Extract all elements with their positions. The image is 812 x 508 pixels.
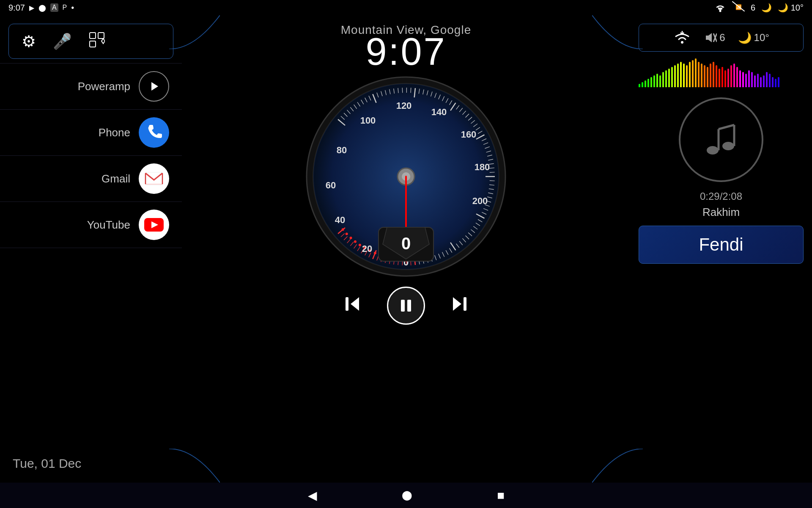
microphone-icon[interactable]: 🎤 [53, 33, 72, 50]
svg-point-128 [354, 240, 357, 243]
temperature-text: 10° [754, 32, 769, 44]
eq-bar [736, 67, 738, 87]
mute-status: 6 [704, 32, 725, 44]
track-title-box: Fendi [639, 226, 804, 264]
signal-num: 6 [751, 3, 755, 13]
svg-text:120: 120 [396, 100, 412, 111]
home-button[interactable]: ⬤ [402, 490, 412, 501]
svg-line-67 [490, 181, 495, 181]
eq-bar [742, 72, 744, 87]
eq-bar [739, 70, 741, 87]
gmail-item[interactable]: Gmail [0, 156, 182, 202]
svg-point-160 [707, 146, 719, 155]
settings-icon[interactable]: ⚙ [22, 32, 36, 51]
eq-bar [757, 74, 759, 87]
track-title: Fendi [647, 235, 795, 255]
eq-bar [721, 67, 723, 87]
eq-bar [766, 72, 768, 87]
left-panel: ⚙ 🎤 Poweramp Phone [0, 15, 182, 483]
right-panel: 6 🌙 10° 0:29/2:08 Rakhim Fendi [630, 15, 812, 483]
music-icon[interactable] [679, 97, 763, 182]
date-text: Tue, 01 Dec [13, 456, 81, 470]
eq-bar [778, 77, 779, 87]
svg-point-124 [374, 252, 376, 254]
eq-bar [763, 75, 765, 87]
svg-text:80: 80 [337, 145, 347, 155]
svg-line-65 [490, 172, 495, 173]
svg-text:60: 60 [326, 180, 336, 190]
poweramp-play-button[interactable] [139, 71, 169, 102]
recent-button[interactable]: ◼ [497, 490, 505, 501]
phone-item[interactable]: Phone [0, 110, 182, 156]
poweramp-label: Poweramp [78, 80, 130, 93]
eq-bar [754, 75, 756, 87]
status-bar: 9:07 ▶ ⬤ A P • 📶 6 🌙 🌙 10° [0, 0, 812, 15]
moon-icon: 🌙 [738, 31, 752, 44]
gmail-label: Gmail [102, 172, 130, 185]
svg-point-154 [681, 41, 683, 44]
back-button[interactable]: ◀ [308, 489, 317, 502]
eq-bar [659, 75, 661, 87]
svg-rect-6 [98, 33, 104, 39]
status-bar-left: 9:07 ▶ ⬤ A P • [8, 3, 74, 13]
weather-status: 🌙 10° [738, 31, 769, 44]
eq-bar [695, 58, 697, 87]
eq-bar [698, 62, 700, 87]
svg-rect-150 [401, 300, 405, 312]
eq-bar [689, 62, 691, 87]
eq-bar [713, 62, 714, 87]
signal-count: 6 [719, 32, 725, 44]
wifi-status-icon [673, 30, 691, 45]
eq-bar [719, 69, 720, 87]
svg-marker-152 [453, 297, 461, 311]
poweramp-item[interactable]: Poweramp [0, 63, 182, 110]
eq-bar [680, 62, 682, 87]
svg-marker-9 [151, 82, 158, 91]
app-list: Poweramp Phone Gmail [0, 63, 182, 444]
eq-bar [772, 77, 774, 87]
svg-text:160: 160 [461, 129, 477, 140]
status-time: 9:07 [8, 3, 25, 13]
gmail-icon[interactable] [139, 163, 169, 194]
eq-bar [745, 74, 747, 87]
phone-label: Phone [99, 126, 130, 139]
pause-button[interactable] [387, 287, 425, 325]
svg-text:200: 200 [472, 196, 488, 206]
eq-bar [710, 64, 711, 87]
svg-line-33 [402, 88, 403, 93]
top-controls: ⚙ 🎤 [8, 24, 173, 59]
eq-bar [727, 69, 729, 87]
prev-button[interactable] [343, 295, 362, 317]
play-status-icon: ▶ [29, 4, 34, 12]
media-controls [343, 287, 469, 325]
eq-bar [671, 67, 673, 87]
a-status-icon: A [50, 3, 58, 12]
eq-bar [683, 64, 685, 87]
eq-bar [653, 75, 655, 87]
svg-rect-7 [90, 41, 96, 47]
eq-bar [704, 65, 705, 87]
next-button[interactable] [450, 295, 469, 317]
eq-bar [639, 84, 640, 87]
apps-grid-icon[interactable] [89, 32, 105, 51]
eq-bar [716, 65, 717, 87]
wifi-signal-icon: 📶 [732, 1, 745, 14]
svg-text:180: 180 [475, 162, 490, 172]
svg-text:0: 0 [401, 234, 411, 253]
phone-icon[interactable] [139, 117, 169, 148]
youtube-item[interactable]: YouTube [0, 202, 182, 248]
svg-point-129 [350, 237, 352, 239]
youtube-icon[interactable] [139, 210, 169, 240]
time-display: 9:07 [365, 33, 446, 71]
speedometer: 0 20 40 60 80 100 120 140 160 180 200 [304, 75, 508, 278]
track-info: 0:29/2:08 Rakhim [630, 190, 812, 219]
svg-rect-149 [346, 297, 348, 311]
weather-temp: 🌙 10° [778, 3, 804, 13]
eq-bar [647, 79, 649, 87]
center-panel: Mountain View, Google 9:07 [182, 0, 630, 508]
svg-marker-148 [351, 297, 359, 311]
eq-bar [733, 64, 735, 87]
svg-point-127 [359, 244, 361, 246]
eq-bar [656, 74, 658, 87]
svg-rect-151 [407, 300, 411, 312]
